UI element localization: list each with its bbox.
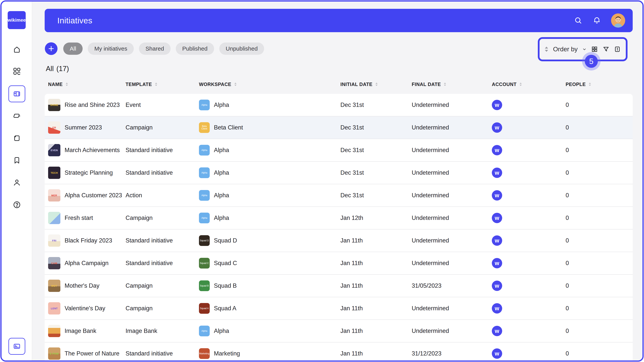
column-header-final-date[interactable]: FINAL DATE [412, 82, 490, 87]
sidebar-item-cards[interactable] [8, 338, 25, 355]
sort-icon [66, 82, 68, 86]
column-header-template[interactable]: TEMPLATE [126, 82, 199, 87]
sidebar-item-templates[interactable] [2, 107, 32, 125]
initiative-template: Standard initiative [126, 350, 173, 357]
initiative-thumbnail: E POW [48, 348, 60, 360]
sort-icon [375, 82, 378, 86]
workspace-badge: Alpha [199, 213, 210, 223]
workspace-name: Alpha [214, 147, 229, 154]
column-header-initial-date[interactable]: INITIAL DATE [340, 82, 412, 87]
initiative-thumbnail: CAM [48, 257, 60, 269]
table-row[interactable]: FRI Black Friday 2023 Standard initiativ… [45, 229, 633, 252]
table-row[interactable]: MOT Mother's Day Campaign Squad B Squad … [45, 275, 633, 297]
annotation-step-number: 5 [589, 57, 594, 66]
account-badge: w [492, 349, 502, 359]
column-header-workspace[interactable]: WORKSPACE [199, 82, 340, 87]
section-count: (17) [56, 65, 69, 73]
initiative-name: Strategic Planning [64, 169, 113, 176]
info-icon[interactable] [614, 45, 621, 53]
initiative-thumbnail: ER [48, 121, 60, 134]
filter-chip[interactable]: Published [176, 42, 214, 55]
sidebar-item-bookmarks[interactable] [2, 151, 32, 169]
filter-chip[interactable]: Shared [139, 42, 170, 55]
people-count: 0 [566, 124, 569, 131]
sort-updown-icon[interactable] [544, 46, 548, 52]
initiative-name: The Power of Nature [64, 350, 120, 357]
account-badge: w [492, 235, 502, 246]
initiative-thumbnail: LENT [48, 302, 60, 315]
initiative-name: Alpha Campaign [64, 260, 108, 267]
people-count: 0 [566, 237, 569, 244]
table-row[interactable]: Fresh start Campaign Alpha Alpha Jan 12t… [45, 207, 633, 229]
table-row[interactable]: LENT Valentine's Day Campaign Squad A Sq… [45, 297, 633, 320]
chevron-down-icon[interactable] [582, 47, 586, 52]
people-count: 0 [566, 147, 569, 154]
workspace-name: Alpha [214, 169, 229, 176]
sidebar-item-apps[interactable] [2, 62, 32, 80]
table-row[interactable]: E POW The Power of Nature Standard initi… [45, 343, 633, 362]
avatar-image [611, 13, 625, 27]
filter-funnel-icon[interactable] [602, 45, 610, 53]
filter-chip[interactable]: All [63, 42, 82, 55]
apps-icon [13, 67, 21, 75]
workspace-name: Alpha [214, 101, 229, 108]
table-row[interactable]: EVEN March Achievements Standard initiat… [45, 139, 633, 162]
sidebar-item-documents[interactable] [2, 129, 32, 147]
account-badge: w [492, 100, 502, 110]
initiative-template: Campaign [126, 124, 152, 131]
plus-icon [48, 45, 54, 52]
workspace-badge: Alpha [199, 190, 210, 201]
filter-chip[interactable]: My initiatives [88, 42, 134, 55]
person-icon [13, 178, 21, 187]
people-count: 0 [566, 282, 569, 289]
table-row[interactable]: SHINE Rise and Shine 2023 Event Alpha Al… [45, 94, 633, 116]
account-badge: w [492, 122, 502, 133]
sort-icon [444, 82, 446, 86]
workspace-name: Squad C [214, 260, 237, 267]
initiative-thumbnail [48, 212, 60, 224]
avatar[interactable] [611, 13, 625, 27]
initiative-name: Valentine's Day [64, 305, 105, 312]
column-header-account[interactable]: ACCOUNT [490, 82, 562, 87]
initiative-thumbnail: MOT [48, 280, 60, 292]
search-icon[interactable] [574, 16, 582, 25]
initiative-template: Standard initiative [126, 169, 173, 176]
initiative-name: Fresh start [64, 215, 93, 221]
home-icon [13, 45, 21, 54]
workspace-name: Alpha [214, 192, 229, 199]
account-badge: w [492, 213, 502, 223]
table-row[interactable]: TECH Strategic Planning Standard initiat… [45, 162, 633, 184]
column-header-people[interactable]: PEOPLE [562, 82, 633, 87]
workspace-name: Alpha [214, 215, 229, 221]
people-count: 0 [566, 215, 569, 221]
add-initiative-button[interactable] [45, 42, 58, 55]
annotation-step-badge: 5 [585, 55, 598, 68]
page-header: Initiatives [45, 9, 633, 32]
account-badge: w [492, 258, 502, 268]
table-row[interactable]: MER Alpha Customer 2023 Action Alpha Alp… [45, 184, 633, 207]
orderby-label[interactable]: Order by [553, 45, 578, 53]
sidebar-item-home[interactable] [2, 41, 32, 58]
sidebar-item-help[interactable] [2, 196, 32, 214]
initiative-name: Image Bank [64, 328, 96, 335]
workspace-badge: Alpha [199, 326, 210, 336]
table-row[interactable]: ER Summer 2023 Campaign Beta Client Beta… [45, 116, 633, 139]
column-header-name[interactable]: NAME [46, 82, 126, 87]
sidebar-item-people[interactable] [2, 174, 32, 191]
final-date: Undetermined [412, 169, 449, 176]
initiative-name: Black Friday 2023 [64, 237, 112, 244]
filter-chip[interactable]: Unpublished [219, 42, 264, 55]
cards-icon [13, 342, 21, 351]
grid-view-icon[interactable] [591, 45, 598, 53]
workspace-badge: Alpha [199, 167, 210, 178]
filter-chips: AllMy initiativesSharedPublishedUnpublis… [63, 42, 264, 55]
table-row[interactable]: CAM Alpha Campaign Standard initiative S… [45, 252, 633, 275]
sidebar-item-initiatives-active[interactable] [8, 85, 25, 102]
app-window: wikimee [0, 0, 644, 362]
initial-date: Dec 31st [340, 101, 364, 108]
table-row[interactable]: Image Bank Image Bank Alpha Alpha Jan 11… [45, 320, 633, 343]
sort-icon [588, 82, 591, 86]
people-count: 0 [566, 260, 569, 267]
bell-icon[interactable] [593, 16, 601, 25]
account-badge: w [492, 168, 502, 178]
